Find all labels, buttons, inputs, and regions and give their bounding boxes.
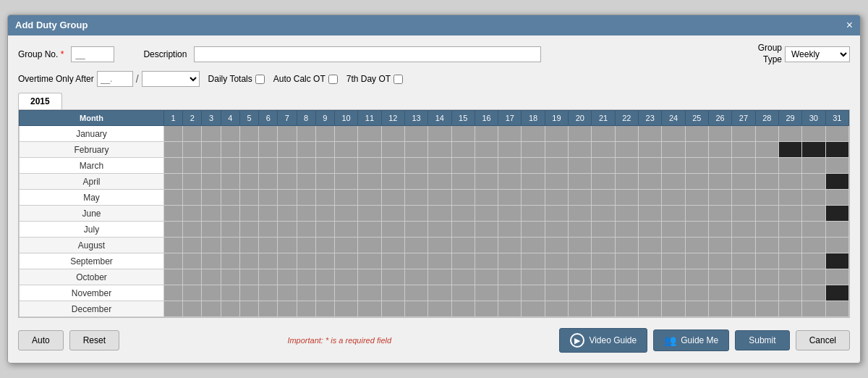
day-cell[interactable]: [164, 190, 183, 206]
day-cell[interactable]: [334, 126, 357, 142]
day-cell[interactable]: [239, 158, 258, 174]
day-cell[interactable]: [428, 301, 451, 317]
day-cell[interactable]: [732, 238, 755, 253]
day-cell[interactable]: [825, 174, 848, 190]
day-cell[interactable]: [522, 142, 545, 158]
day-cell[interactable]: [755, 190, 778, 206]
day-cell[interactable]: [522, 206, 545, 222]
day-cell[interactable]: [451, 190, 475, 206]
day-cell[interactable]: [498, 285, 522, 301]
day-cell[interactable]: [802, 301, 825, 317]
day-cell[interactable]: [239, 126, 258, 142]
day-cell[interactable]: [475, 158, 498, 174]
day-cell[interactable]: [381, 269, 404, 285]
day-cell[interactable]: [569, 222, 592, 238]
day-cell[interactable]: [802, 285, 825, 301]
day-cell[interactable]: [522, 190, 545, 206]
day-cell[interactable]: [778, 190, 801, 206]
day-cell[interactable]: [825, 190, 848, 206]
day-cell[interactable]: [825, 126, 848, 142]
day-cell[interactable]: [202, 285, 221, 301]
day-cell[interactable]: [278, 126, 297, 142]
day-cell[interactable]: [358, 222, 381, 238]
day-cell[interactable]: [428, 253, 451, 269]
day-cell[interactable]: [358, 285, 381, 301]
day-cell[interactable]: [239, 301, 258, 317]
day-cell[interactable]: [278, 269, 297, 285]
day-cell[interactable]: [639, 238, 662, 253]
day-cell[interactable]: [202, 142, 221, 158]
day-cell[interactable]: [404, 253, 427, 269]
day-cell[interactable]: [708, 222, 731, 238]
day-cell[interactable]: [315, 206, 334, 222]
day-cell[interactable]: [755, 285, 778, 301]
auto-button[interactable]: Auto: [18, 330, 64, 350]
day-cell[interactable]: [259, 158, 278, 174]
day-cell[interactable]: [404, 158, 427, 174]
day-cell[interactable]: [428, 269, 451, 285]
day-cell[interactable]: [802, 206, 825, 222]
day-cell[interactable]: [278, 285, 297, 301]
day-cell[interactable]: [297, 253, 315, 269]
day-cell[interactable]: [202, 253, 221, 269]
tab-2015[interactable]: 2015: [18, 93, 62, 109]
day-cell[interactable]: [825, 285, 848, 301]
overtime-input[interactable]: [97, 71, 133, 87]
day-cell[interactable]: [639, 285, 662, 301]
day-cell[interactable]: [545, 253, 568, 269]
day-cell[interactable]: [315, 253, 334, 269]
day-cell[interactable]: [202, 238, 221, 253]
day-cell[interactable]: [755, 142, 778, 158]
day-cell[interactable]: [202, 206, 221, 222]
day-cell[interactable]: [685, 222, 708, 238]
day-cell[interactable]: [183, 126, 202, 142]
day-cell[interactable]: [662, 238, 685, 253]
day-cell[interactable]: [755, 222, 778, 238]
day-cell[interactable]: [278, 174, 297, 190]
day-cell[interactable]: [428, 222, 451, 238]
day-cell[interactable]: [451, 174, 475, 190]
day-cell[interactable]: [825, 269, 848, 285]
day-cell[interactable]: [639, 301, 662, 317]
day-cell[interactable]: [778, 253, 801, 269]
day-cell[interactable]: [164, 174, 183, 190]
day-cell[interactable]: [278, 238, 297, 253]
day-cell[interactable]: [755, 269, 778, 285]
day-cell[interactable]: [522, 285, 545, 301]
day-cell[interactable]: [451, 206, 475, 222]
day-cell[interactable]: [685, 206, 708, 222]
day-cell[interactable]: [221, 158, 239, 174]
day-cell[interactable]: [685, 174, 708, 190]
day-cell[interactable]: [164, 158, 183, 174]
day-cell[interactable]: [778, 269, 801, 285]
day-cell[interactable]: [358, 158, 381, 174]
day-cell[interactable]: [639, 174, 662, 190]
day-cell[interactable]: [778, 206, 801, 222]
day-cell[interactable]: [239, 142, 258, 158]
day-cell[interactable]: [183, 158, 202, 174]
day-cell[interactable]: [615, 269, 638, 285]
day-cell[interactable]: [221, 238, 239, 253]
day-cell[interactable]: [404, 142, 427, 158]
day-cell[interactable]: [732, 253, 755, 269]
day-cell[interactable]: [615, 158, 638, 174]
day-cell[interactable]: [297, 222, 315, 238]
day-cell[interactable]: [404, 190, 427, 206]
day-cell[interactable]: [183, 222, 202, 238]
day-cell[interactable]: [615, 174, 638, 190]
day-cell[interactable]: [239, 174, 258, 190]
day-cell[interactable]: [183, 238, 202, 253]
day-cell[interactable]: [358, 238, 381, 253]
day-cell[interactable]: [522, 269, 545, 285]
day-cell[interactable]: [334, 206, 357, 222]
day-cell[interactable]: [592, 142, 615, 158]
day-cell[interactable]: [522, 126, 545, 142]
day-cell[interactable]: [183, 174, 202, 190]
day-cell[interactable]: [164, 253, 183, 269]
day-cell[interactable]: [545, 142, 568, 158]
day-cell[interactable]: [615, 126, 638, 142]
day-cell[interactable]: [297, 174, 315, 190]
day-cell[interactable]: [825, 206, 848, 222]
day-cell[interactable]: [183, 285, 202, 301]
day-cell[interactable]: [404, 269, 427, 285]
